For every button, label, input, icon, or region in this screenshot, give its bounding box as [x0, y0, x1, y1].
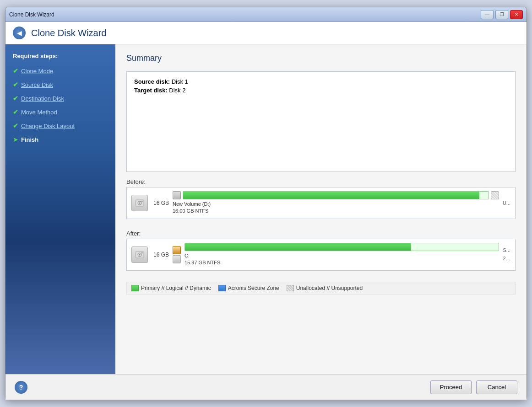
- sidebar-section-title: Required steps:: [5, 51, 115, 64]
- checkmark-icon: ✔: [13, 81, 18, 88]
- before-label: Before:: [126, 178, 516, 185]
- after-partition-info: C: 15.97 GB NTFS: [185, 252, 499, 267]
- after-partition-area: C: 15.97 GB NTFS: [185, 243, 499, 267]
- svg-rect-3: [141, 201, 143, 202]
- sidebar-item-change-disk-layout[interactable]: ✔ Change Disk Layout: [5, 119, 115, 133]
- proceed-button[interactable]: Proceed: [430, 380, 472, 394]
- back-icon: ◀: [17, 29, 22, 37]
- summary-box: Source disk: Disk 1 Target disk: Disk 2: [126, 71, 516, 172]
- sidebar-item-destination-disk[interactable]: ✔ Destination Disk: [5, 91, 115, 105]
- legend-primary: Primary // Logical // Dynamic: [131, 285, 211, 291]
- title-bar: Clone Disk Wizard — ❐ ✕: [5, 7, 527, 22]
- right-panel: Summary Source disk: Disk 1 Target disk:…: [115, 44, 527, 374]
- before-partition-small-icon: [173, 191, 181, 199]
- sidebar-item-label: Change Disk Layout: [21, 123, 75, 129]
- arrow-icon: ➤: [13, 136, 18, 143]
- before-disk-icon: [131, 195, 148, 211]
- legend: Primary // Logical // Dynamic Acronis Se…: [126, 282, 516, 295]
- legend-unallocated-label: Unallocated // Unsupported: [296, 285, 363, 291]
- after-partition-labels: S... 2...: [503, 246, 510, 262]
- after-p2-short-label: 2...: [503, 255, 510, 263]
- close-button[interactable]: ✕: [510, 10, 523, 19]
- checkmark-icon: ✔: [13, 95, 18, 102]
- title-bar-buttons: — ❐ ✕: [481, 10, 523, 19]
- svg-point-2: [139, 202, 141, 204]
- sidebar-item-label: Finish: [21, 136, 38, 143]
- sidebar-item-move-method[interactable]: ✔ Move Method: [5, 105, 115, 119]
- back-button[interactable]: ◀: [13, 27, 26, 39]
- window-title: Clone Disk Wizard: [9, 11, 54, 18]
- before-partition-info: New Volume (D:) 16.00 GB NTFS: [173, 201, 499, 215]
- checkmark-icon: ✔: [13, 67, 18, 75]
- svg-point-6: [139, 254, 141, 255]
- before-disk-size: 16 GB: [152, 200, 169, 206]
- main-content: Required steps: ✔ Clone Mode ✔ Source Di…: [5, 44, 527, 374]
- checkmark-icon: ✔: [13, 108, 18, 116]
- after-partition-size: 15.97 GB NTFS: [185, 260, 220, 265]
- after-partition-bar-row: [185, 243, 499, 251]
- after-label: After:: [126, 230, 516, 237]
- source-disk-label: Source disk:: [134, 78, 170, 85]
- help-button[interactable]: ?: [15, 381, 27, 394]
- target-disk-value: Disk 2: [169, 87, 185, 94]
- after-disk-visual: 16 GB C: 15.97: [126, 239, 516, 271]
- footer: ? Proceed Cancel: [5, 374, 527, 400]
- legend-unallocated: Unallocated // Unsupported: [287, 285, 363, 291]
- legend-acronis-label: Acronis Secure Zone: [228, 285, 279, 291]
- after-2-icon: [173, 255, 181, 263]
- minimize-button[interactable]: —: [481, 10, 494, 19]
- before-partition-size: 16.00 GB NTFS: [173, 208, 208, 214]
- sidebar-item-label: Source Disk: [21, 81, 53, 88]
- svg-rect-7: [141, 252, 143, 253]
- after-small-icons: [173, 246, 181, 263]
- before-partition-area: New Volume (D:) 16.00 GB NTFS: [173, 191, 499, 215]
- after-section: After: 16 GB: [126, 230, 516, 275]
- before-partition-bar-container: [183, 191, 489, 199]
- before-partition-bar-row: [173, 191, 499, 199]
- legend-acronis-swatch: [218, 285, 226, 291]
- legend-acronis: Acronis Secure Zone: [218, 285, 279, 291]
- after-disk-svg-icon: [135, 250, 145, 260]
- before-partition-name: New Volume (D:): [173, 201, 211, 207]
- main-window: Clone Disk Wizard — ❐ ✕ ◀ Clone Disk Wiz…: [5, 7, 527, 400]
- sidebar-item-label: Destination Disk: [21, 95, 64, 102]
- footer-left: ?: [15, 381, 27, 394]
- sidebar-item-label: Clone Mode: [21, 68, 53, 75]
- before-unallocated-icon: [491, 191, 499, 199]
- legend-primary-swatch: [131, 285, 139, 291]
- after-p1-short-label: S...: [503, 246, 510, 255]
- sidebar-item-source-disk[interactable]: ✔ Source Disk: [5, 78, 115, 91]
- sidebar-item-finish[interactable]: ➤ Finish: [5, 133, 115, 146]
- section-title: Summary: [126, 54, 516, 63]
- checkmark-icon: ✔: [13, 122, 18, 129]
- help-icon: ?: [19, 384, 23, 391]
- app-title: Clone Disk Wizard: [31, 28, 106, 38]
- after-partition-bar-container: [185, 243, 499, 251]
- target-disk-label: Target disk:: [134, 87, 168, 94]
- footer-right: Proceed Cancel: [430, 380, 517, 394]
- sidebar-item-label: Move Method: [21, 109, 57, 116]
- legend-primary-label: Primary // Logical // Dynamic: [141, 285, 211, 291]
- app-header: ◀ Clone Disk Wizard: [5, 22, 527, 44]
- legend-unallocated-swatch: [287, 285, 294, 291]
- before-unallocated-label: U...: [503, 200, 510, 206]
- after-disk-icon: [131, 246, 148, 263]
- sidebar: Required steps: ✔ Clone Mode ✔ Source Di…: [5, 44, 115, 374]
- disk-svg-icon: [135, 198, 145, 208]
- before-partition-bar-fill: [183, 192, 479, 199]
- source-disk-line: Source disk: Disk 1: [134, 78, 508, 85]
- after-partition-bar-fill: [185, 243, 411, 251]
- sidebar-item-clone-mode[interactable]: ✔ Clone Mode: [5, 64, 115, 78]
- maximize-button[interactable]: ❐: [495, 10, 508, 19]
- cancel-button[interactable]: Cancel: [476, 380, 517, 394]
- before-section: Before: 16 GB: [126, 178, 516, 224]
- before-disk-visual: 16 GB New Volume (D:) 16.00 GB NTFS: [126, 187, 516, 219]
- target-disk-line: Target disk: Disk 2: [134, 87, 508, 94]
- after-partition-name: C:: [185, 253, 190, 258]
- after-disk-size: 16 GB: [152, 252, 169, 258]
- after-s-icon: [173, 246, 181, 254]
- source-disk-value: Disk 1: [172, 78, 188, 85]
